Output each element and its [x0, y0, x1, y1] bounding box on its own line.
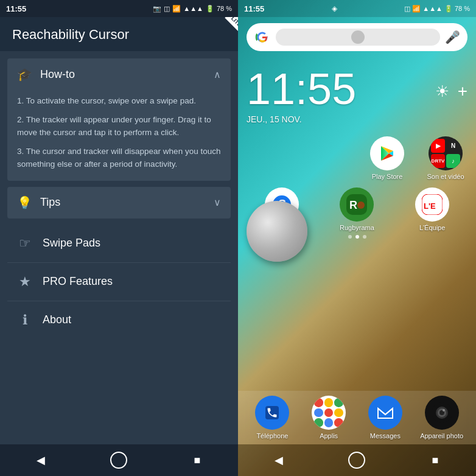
add-clock-icon[interactable]: +: [458, 82, 467, 101]
page-dot-1: [348, 235, 352, 239]
about-item[interactable]: ℹ About: [7, 301, 231, 339]
howto-step2: 2. The tracker will appear under your fi…: [17, 114, 221, 139]
signal-icon-r: ▲▲▲: [422, 5, 443, 12]
playstore-label: Play Store: [372, 173, 403, 180]
app-title: Reachability Cursor: [12, 27, 129, 43]
status-time-left: 11:55: [6, 4, 26, 13]
telephone-label: Téléphone: [256, 432, 288, 439]
left-panel: 11:55 📷 ◫ 📶 ▲▲▲ 🔋 78 % Reachability Curs…: [0, 0, 238, 476]
app-applis[interactable]: Applis: [304, 396, 353, 439]
svg-text:L'E: L'E: [424, 201, 436, 211]
recent-button-right[interactable]: ■: [423, 448, 447, 472]
howto-header[interactable]: 🎓 How-to ∧: [7, 58, 231, 90]
tips-title: Tips: [40, 196, 214, 209]
howto-icon: 🎓: [17, 67, 32, 82]
status-icons-right: ◫ 📶 ▲▲▲ 🔋 78 %: [404, 5, 470, 13]
recent-button-left[interactable]: ■: [185, 448, 209, 472]
photo-icon: [425, 396, 459, 430]
svg-point-18: [443, 409, 445, 411]
back-button-left[interactable]: ◀: [29, 448, 53, 472]
clock-date: JEU., 15 NOV.: [247, 114, 356, 124]
son-label: Son et vidéo: [427, 173, 464, 180]
status-time-right: 11:55: [244, 4, 264, 13]
pro-features-icon: ★: [17, 274, 33, 290]
applis-label: Applis: [320, 432, 338, 439]
reachability-icon: ◈: [332, 4, 337, 13]
app-son[interactable]: ▶ N DRTV ♪ Son et vidéo: [421, 136, 470, 180]
battery-icon-r: 🔋: [444, 5, 453, 13]
clock-widget: 11:55 JEU., 15 NOV. ☀ +: [238, 55, 476, 130]
vibrate-icon-r: ◫: [404, 5, 410, 13]
app-equipe[interactable]: L'E L'Équipe: [408, 187, 457, 231]
page-dot-2: [355, 235, 359, 239]
home-button-right[interactable]: [348, 452, 365, 469]
clock-time: 11:55: [247, 67, 356, 111]
status-icons-left: 📷 ◫ 📶 ▲▲▲ 🔋 78 %: [153, 5, 232, 13]
bottom-nav-left: ◀ ■: [0, 444, 238, 476]
search-circle: [276, 29, 440, 46]
pro-features-item[interactable]: ★ PRO Features: [7, 263, 231, 301]
app-header: Reachability Cursor LITE: [0, 17, 238, 51]
tips-chevron: ∨: [214, 197, 221, 208]
bottom-nav-right: ◀ ■: [238, 444, 476, 476]
back-button-right[interactable]: ◀: [267, 448, 291, 472]
about-icon: ℹ: [17, 312, 33, 328]
clock-actions: ☀ +: [435, 67, 467, 101]
status-bar-right: 11:55 ◈ ◫ 📶 ▲▲▲ 🔋 78 %: [238, 0, 476, 17]
howto-step1: 1. To activate the cursor, swipe over a …: [17, 95, 221, 108]
rugbyrama-icon: R: [340, 187, 374, 222]
status-bar-left: 11:55 📷 ◫ 📶 ▲▲▲ 🔋 78 %: [0, 0, 238, 17]
swipe-pads-item[interactable]: ☞ Swipe Pads: [7, 225, 231, 263]
signal-icon: ▲▲▲: [183, 5, 203, 12]
content-area: 🎓 How-to ∧ 1. To activate the cursor, sw…: [0, 51, 238, 444]
telephone-icon: [255, 396, 289, 430]
applis-icon: [312, 396, 346, 430]
messages-icon: [368, 396, 402, 430]
tips-card: 💡 Tips ∨: [7, 187, 231, 219]
svg-point-8: [357, 201, 365, 209]
app-rugbyrama[interactable]: R Rugbyrama: [332, 187, 381, 231]
app-telephone[interactable]: Téléphone: [248, 396, 296, 439]
app-playstore[interactable]: Play Store: [363, 136, 411, 180]
app-messages[interactable]: Messages: [361, 396, 410, 439]
right-panel: 11:55 ◈ ◫ 📶 ▲▲▲ 🔋 78 % 🎤 11:55 JEU.: [238, 0, 476, 476]
vibrate-icon: ◫: [164, 5, 170, 13]
page-dot-3: [363, 235, 366, 239]
dock: Téléphone Applis: [238, 391, 476, 444]
tips-icon: 💡: [17, 195, 32, 210]
lite-badge: LITE: [229, 17, 238, 28]
mic-icon[interactable]: 🎤: [445, 30, 460, 44]
cursor-ball: [247, 201, 307, 262]
search-bar[interactable]: 🎤: [247, 23, 467, 51]
home-button-left[interactable]: [110, 452, 127, 469]
equipe-label: L'Équipe: [419, 224, 445, 231]
howto-card: 🎓 How-to ∧ 1. To activate the cursor, sw…: [7, 58, 231, 181]
howto-chevron: ∧: [214, 69, 221, 80]
equipe-icon: L'E: [415, 187, 449, 222]
howto-title: How-to: [40, 68, 214, 81]
battery-icon: 🔋: [206, 5, 214, 13]
wifi-icon-r: 📶: [412, 5, 421, 13]
howto-step3: 3. The cursor and tracker will disappear…: [17, 145, 221, 171]
messages-label: Messages: [370, 432, 401, 439]
google-logo: [254, 29, 271, 46]
battery-pct-r: 78 %: [455, 5, 470, 12]
camera-icon: 📷: [153, 5, 161, 13]
svg-rect-12: [265, 406, 279, 419]
pro-features-label: PRO Features: [43, 275, 113, 288]
photo-label: Appareil photo: [420, 432, 463, 439]
howto-body: 1. To activate the cursor, swipe over a …: [7, 90, 231, 181]
app-photo[interactable]: Appareil photo: [418, 396, 466, 439]
swipe-pads-icon: ☞: [17, 236, 33, 251]
tips-header[interactable]: 💡 Tips ∨: [7, 187, 231, 219]
wifi-icon: 📶: [172, 5, 181, 13]
son-icon: ▶ N DRTV ♪: [429, 136, 463, 170]
weather-icon: ☀: [435, 82, 449, 101]
battery-pct: 78 %: [217, 5, 232, 12]
swipe-pads-label: Swipe Pads: [43, 237, 100, 250]
playstore-icon: [370, 136, 404, 170]
rugbyrama-label: Rugbyrama: [340, 224, 374, 231]
svg-text:R: R: [349, 199, 357, 211]
app-row-1: Play Store ▶ N DRTV ♪ Son et vidéo: [238, 136, 476, 180]
about-label: About: [43, 313, 71, 326]
